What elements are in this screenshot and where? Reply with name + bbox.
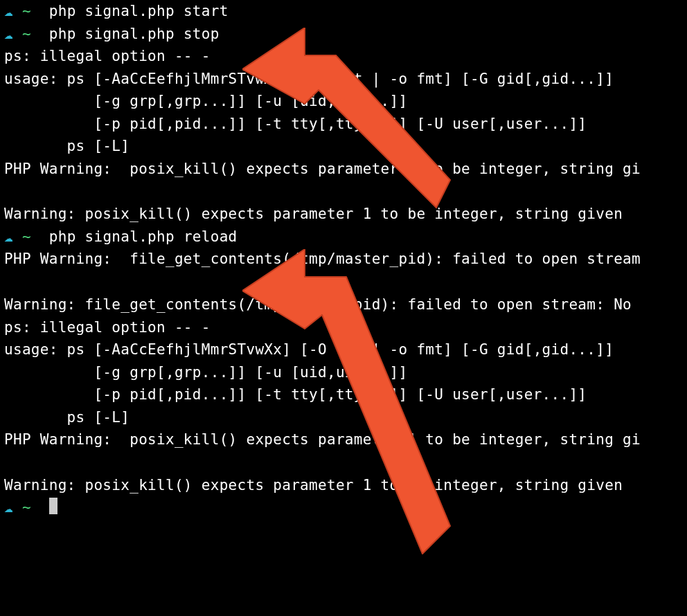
- command-text: php signal.php reload: [49, 228, 238, 245]
- terminal-output[interactable]: ☁ ~ php signal.php start☁ ~ php signal.p…: [0, 0, 687, 519]
- output-line: PHP Warning: posix_kill() expects parame…: [4, 428, 687, 451]
- output-line: Warning: file_get_contents(/tmp/master_p…: [4, 293, 687, 316]
- output-line: usage: ps [-AaCcEefhjlMmrSTvwXx] [-O fmt…: [4, 338, 687, 361]
- output-line: Warning: posix_kill() expects parameter …: [4, 203, 687, 226]
- prompt-line[interactable]: ☁ ~ php signal.php reload: [4, 226, 687, 248]
- tilde-path: ~: [22, 228, 31, 245]
- command-text: php signal.php stop: [49, 26, 220, 42]
- output-line: [-p pid[,pid...]] [-t tty[,tty...]] [-U …: [4, 113, 687, 136]
- prompt-line[interactable]: ☁ ~ php signal.php stop: [4, 23, 687, 46]
- tilde-path: ~: [22, 499, 31, 516]
- output-line: ps: illegal option -- -: [4, 45, 687, 68]
- output-line: usage: ps [-AaCcEefhjlMmrSTvwXx] [-O fmt…: [4, 68, 687, 91]
- output-line: ps [-L]: [4, 135, 687, 158]
- output-line: ps: illegal option -- -: [4, 316, 687, 339]
- blank-line: [4, 451, 687, 474]
- output-line: [-g grp[,grp...]] [-u [uid,uid...]]: [4, 90, 687, 113]
- output-line: [-g grp[,grp...]] [-u [uid,uid...]]: [4, 361, 687, 384]
- blank-line: [4, 180, 687, 203]
- command-text: php signal.php start: [49, 3, 229, 19]
- output-line: Warning: posix_kill() expects parameter …: [4, 474, 687, 497]
- tilde-path: ~: [22, 3, 31, 19]
- cloud-icon: ☁: [4, 499, 13, 516]
- output-line: PHP Warning: file_get_contents(/tmp/mast…: [4, 248, 687, 271]
- cloud-icon: ☁: [4, 228, 13, 245]
- terminal-cursor[interactable]: [49, 498, 57, 514]
- cloud-icon: ☁: [4, 3, 13, 19]
- blank-line: [4, 271, 687, 293]
- tilde-path: ~: [22, 26, 31, 42]
- prompt-line[interactable]: ☁ ~: [4, 496, 687, 519]
- output-line: [-p pid[,pid...]] [-t tty[,tty...]] [-U …: [4, 383, 687, 406]
- cloud-icon: ☁: [4, 26, 13, 42]
- output-line: ps [-L]: [4, 406, 687, 429]
- prompt-line[interactable]: ☁ ~ php signal.php start: [4, 0, 687, 23]
- output-line: PHP Warning: posix_kill() expects parame…: [4, 158, 687, 181]
